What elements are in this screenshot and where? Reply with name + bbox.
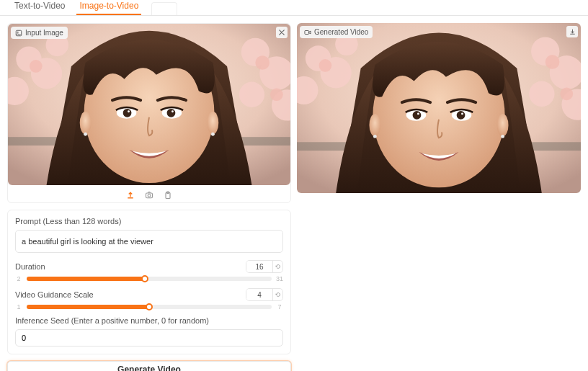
guidance-reset-button[interactable]: [272, 289, 282, 300]
output-video-preview: [297, 23, 581, 193]
tab-spacer: [151, 2, 177, 15]
output-video-panel[interactable]: Generated Video: [297, 23, 581, 193]
guidance-slider[interactable]: [27, 305, 272, 309]
undo-icon: [275, 292, 281, 298]
close-icon: [279, 30, 285, 35]
duration-slider[interactable]: [27, 277, 272, 281]
video-icon: [304, 29, 311, 36]
svg-point-46: [413, 111, 422, 120]
output-video-label-text: Generated Video: [314, 28, 368, 36]
svg-point-27: [148, 195, 151, 197]
svg-point-50: [369, 114, 380, 137]
svg-point-48: [417, 112, 419, 115]
svg-point-10: [255, 55, 270, 70]
svg-point-41: [560, 87, 573, 100]
tab-text-to-video[interactable]: Text-to-Video: [7, 0, 72, 15]
svg-point-25: [17, 32, 18, 32]
svg-point-51: [497, 114, 509, 137]
clipboard-icon[interactable]: [164, 191, 172, 200]
clear-input-image-button[interactable]: [276, 27, 288, 38]
svg-point-52: [373, 135, 377, 138]
image-icon: [15, 30, 22, 37]
svg-point-53: [501, 135, 504, 138]
svg-point-21: [208, 112, 219, 134]
camera-icon[interactable]: [145, 191, 153, 200]
download-button[interactable]: [566, 26, 578, 37]
guidance-max: 7: [276, 303, 283, 310]
svg-point-17: [167, 109, 176, 117]
undo-icon: [275, 264, 281, 269]
duration-reset-button[interactable]: [272, 261, 282, 272]
output-video-label: Generated Video: [300, 26, 373, 38]
svg-point-6: [239, 82, 264, 107]
svg-point-22: [84, 133, 87, 136]
duration-max: 31: [276, 275, 283, 282]
duration-input[interactable]: [246, 261, 272, 272]
svg-rect-54: [305, 30, 309, 34]
svg-point-39: [319, 59, 332, 72]
input-image-label: Input Image: [11, 27, 68, 39]
input-image-preview: [8, 24, 290, 185]
svg-point-49: [461, 112, 463, 115]
svg-point-20: [80, 112, 92, 134]
svg-point-18: [128, 110, 130, 112]
guidance-input[interactable]: [246, 289, 272, 300]
tab-image-to-video[interactable]: Image-to-Video: [72, 0, 146, 15]
image-toolbar: [8, 185, 290, 201]
svg-point-40: [545, 55, 560, 69]
svg-point-19: [172, 110, 174, 112]
prompt-label: Prompt (Less than 128 words): [15, 217, 283, 225]
input-image-panel[interactable]: Input Image: [8, 24, 290, 185]
prompt-input[interactable]: [15, 230, 283, 253]
duration-min: 2: [15, 275, 22, 282]
svg-point-36: [529, 81, 554, 107]
input-image-label-text: Input Image: [25, 29, 63, 37]
svg-point-23: [211, 133, 215, 136]
guidance-label: Video Guidance Scale: [15, 290, 94, 299]
duration-label: Duration: [15, 262, 45, 271]
svg-point-9: [30, 60, 43, 73]
svg-point-47: [457, 111, 466, 120]
upload-icon[interactable]: [126, 191, 135, 200]
guidance-min: 1: [15, 303, 22, 310]
seed-label: Inference Seed (Enter a positive number,…: [15, 316, 283, 325]
svg-point-16: [123, 109, 132, 117]
tabs: Text-to-Video Image-to-Video: [0, 0, 588, 16]
svg-point-11: [270, 88, 283, 101]
seed-input[interactable]: [15, 329, 283, 347]
generate-video-button[interactable]: Generate Video: [7, 361, 291, 371]
download-icon: [569, 29, 576, 35]
controls-panel: Prompt (Less than 128 words) Duration 2: [7, 210, 291, 354]
